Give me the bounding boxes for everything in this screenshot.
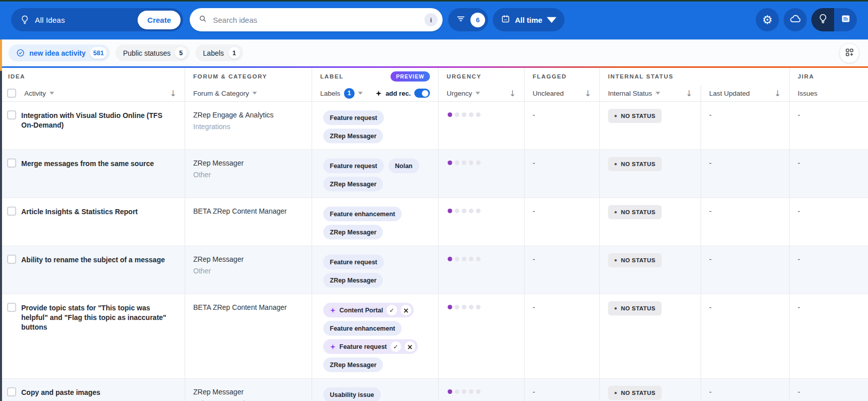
settings-button[interactable]: ⚙ (756, 8, 779, 31)
accept-label-button[interactable]: ✓ (390, 341, 401, 352)
activity-sort-field[interactable]: Activity (24, 90, 46, 97)
row-checkbox[interactable] (7, 387, 16, 396)
idea-cell: Integration with Visual Studio Online (T… (0, 102, 185, 149)
labels-cell: Content Portal✓×Feature enhancementFeatu… (312, 294, 439, 378)
filter-chip-1[interactable]: Public statuses5 (115, 45, 190, 61)
info-icon[interactable]: i (424, 13, 438, 26)
sort-descending-icon[interactable]: ↓ (686, 89, 692, 98)
internal-status-filter[interactable]: Internal Status (608, 90, 652, 97)
accept-label-button[interactable]: ✓ (386, 305, 397, 315)
label-chip[interactable]: ZRep Messager (323, 129, 383, 143)
label-chip[interactable]: Content Portal✓× (323, 303, 414, 317)
topbar-right-cluster: ⚙ (756, 8, 857, 31)
last-updated-field[interactable]: Last Updated (709, 90, 750, 97)
select-all-checkbox[interactable] (7, 89, 16, 98)
label-chip[interactable]: Feature enhancement (323, 321, 402, 336)
row-checkbox[interactable] (7, 303, 16, 312)
check-circle-icon (16, 49, 25, 57)
internal-status-cell: ●NO STATUS (600, 379, 701, 401)
label-chip[interactable]: ZRep Messager (323, 225, 383, 239)
label-chip[interactable]: Feature request (323, 110, 384, 125)
idea-cell: Copy and paste images (0, 379, 185, 401)
cloud-button[interactable] (784, 8, 807, 31)
add-view-button[interactable] (839, 43, 859, 63)
bullet-icon: ● (614, 210, 617, 215)
sort-descending-icon[interactable]: ↓ (774, 89, 781, 98)
chevron-down-icon (547, 15, 556, 25)
label-chip[interactable]: Feature request (323, 158, 384, 173)
filter-button[interactable]: 6 (448, 8, 488, 31)
label-chip-text: Nolan (395, 163, 413, 170)
left-edge-accent (0, 39, 2, 71)
label-chip[interactable]: Feature request (323, 255, 384, 269)
labels-cell: Feature requestNolanZRep Messager (312, 150, 439, 197)
label-chip[interactable]: Feature enhancement (323, 207, 402, 221)
last-updated-value: - (709, 159, 712, 167)
idea-title[interactable]: Article Insights & Statistics Report (21, 207, 138, 239)
label-line: ZRep Messager (323, 357, 383, 372)
flagged-cell: - (525, 102, 600, 149)
subheader-forum-category[interactable]: Forum & Category (185, 85, 312, 101)
issues-field: Issues (798, 90, 817, 97)
urgency-dot (455, 305, 459, 309)
idea-title[interactable]: Merge messages from the same source (21, 159, 154, 191)
news-view-button[interactable] (834, 8, 857, 31)
row-checkbox[interactable] (7, 207, 16, 216)
reject-label-button[interactable]: × (401, 305, 411, 315)
filter-chip-0[interactable]: new idea activity581 (9, 45, 110, 61)
reject-label-button[interactable]: × (405, 341, 415, 352)
urgency-dot (476, 257, 481, 261)
idea-title[interactable]: Copy and paste images (21, 388, 100, 401)
search-bar[interactable]: Search ideas i (190, 8, 443, 31)
status-badge[interactable]: ●NO STATUS (608, 157, 662, 171)
row-checkbox[interactable] (7, 110, 16, 119)
label-chip[interactable]: Usability issue (323, 387, 381, 401)
sort-descending-icon[interactable]: ↓ (170, 89, 177, 98)
status-text: NO STATUS (621, 113, 655, 119)
label-chip[interactable]: ZRep Messager (323, 273, 383, 288)
label-chip[interactable]: Nolan (388, 158, 419, 173)
urgency-dots (448, 257, 517, 261)
chevron-down-icon (656, 92, 660, 95)
status-text: NO STATUS (621, 390, 655, 396)
flagged-value: - (533, 255, 535, 263)
jira-issues-value: - (798, 303, 800, 311)
label-chip[interactable]: ZRep Messager (323, 357, 383, 372)
uncleared-filter[interactable]: Uncleared (533, 90, 564, 97)
sort-descending-icon[interactable]: ↓ (509, 89, 516, 98)
label-chip[interactable]: Feature request✓× (323, 339, 418, 354)
ideas-view-button[interactable] (811, 8, 834, 31)
filter-chip-2[interactable]: Labels1 (195, 45, 243, 61)
create-button[interactable]: Create (138, 11, 181, 29)
status-badge[interactable]: ●NO STATUS (608, 205, 662, 219)
urgency-filter[interactable]: Urgency (447, 90, 472, 97)
labels-filter[interactable]: Labels (320, 90, 340, 97)
label-chip[interactable]: ZRep Messager (323, 177, 383, 191)
label-line: Content Portal✓× (323, 303, 414, 317)
group-flagged: FLAGGED (525, 68, 600, 85)
filter-chip-label: new idea activity (29, 49, 85, 57)
sort-descending-icon[interactable]: ↓ (585, 89, 591, 98)
idea-title[interactable]: Provide topic stats for "This topic was … (21, 303, 171, 372)
flagged-value: - (533, 303, 535, 311)
time-range-selector[interactable]: All time (493, 8, 565, 31)
status-text: NO STATUS (621, 305, 655, 311)
status-badge[interactable]: ●NO STATUS (608, 301, 662, 315)
table-row: Provide topic stats for "This topic was … (0, 294, 868, 379)
ideas-scope-selector[interactable]: All Ideas Create (11, 8, 183, 31)
urgency-dot (462, 257, 466, 261)
idea-title[interactable]: Ability to rename the subject of a messa… (21, 255, 165, 288)
table-row: Ability to rename the subject of a messa… (0, 246, 868, 294)
urgency-dot (476, 389, 481, 394)
jira-issues-value: - (798, 159, 800, 167)
status-badge[interactable]: ●NO STATUS (608, 109, 662, 123)
status-badge[interactable]: ●NO STATUS (608, 386, 662, 400)
idea-title[interactable]: Integration with Visual Studio Online (T… (21, 111, 171, 143)
row-checkbox[interactable] (7, 255, 16, 264)
row-checkbox[interactable] (7, 158, 16, 168)
status-badge[interactable]: ●NO STATUS (608, 253, 662, 267)
label-chip-text: Feature enhancement (330, 211, 395, 218)
add-rec-toggle[interactable] (414, 89, 430, 98)
urgency-dot (462, 112, 466, 117)
label-chip-text: Feature request (330, 114, 377, 122)
